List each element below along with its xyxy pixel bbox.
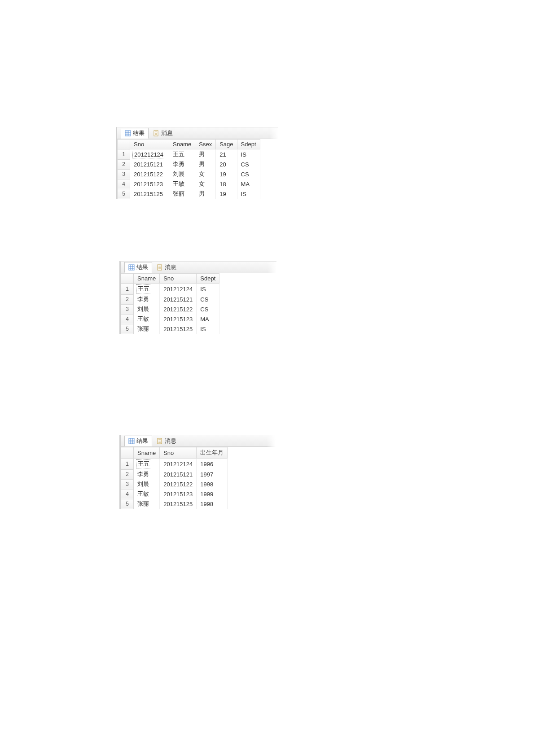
- cell-sdept[interactable]: IS: [197, 324, 219, 334]
- cell-birth[interactable]: 1998: [197, 479, 228, 489]
- cell-sno[interactable]: 201215123: [160, 489, 197, 499]
- cell-sno[interactable]: 201212124: [130, 149, 169, 160]
- cell-sdept[interactable]: CS: [197, 294, 219, 304]
- row-number[interactable]: 4: [118, 179, 130, 189]
- cell-sage[interactable]: 21: [216, 149, 237, 160]
- row-number[interactable]: 1: [118, 149, 130, 160]
- cell-sno[interactable]: 201212124: [160, 459, 197, 470]
- cell-birth[interactable]: 1998: [197, 499, 228, 509]
- row-number[interactable]: 4: [121, 489, 134, 499]
- cell-sname[interactable]: 张丽: [134, 324, 160, 334]
- rownum-header[interactable]: [121, 447, 134, 459]
- cell-sname[interactable]: 王敏: [134, 489, 160, 499]
- col-header-sage[interactable]: Sage: [216, 140, 237, 149]
- cell-sname[interactable]: 刘晨: [169, 169, 195, 179]
- cell-sno[interactable]: 201215123: [160, 314, 197, 324]
- cell-sdept[interactable]: CS: [237, 169, 260, 179]
- table-row[interactable]: 2 201215121 李勇 男 20 CS: [118, 159, 260, 169]
- cell-sname[interactable]: 刘晨: [134, 304, 160, 314]
- row-number[interactable]: 1: [121, 459, 134, 470]
- table-row[interactable]: 2 李勇 201215121 CS: [121, 294, 219, 304]
- row-number[interactable]: 1: [121, 284, 134, 295]
- table-row[interactable]: 3 刘晨 201215122 CS: [121, 304, 219, 314]
- table-row[interactable]: 5 张丽 201215125 IS: [121, 324, 219, 334]
- cell-sdept[interactable]: IS: [237, 189, 260, 199]
- cell-sage[interactable]: 19: [216, 189, 237, 199]
- col-header-sno[interactable]: Sno: [160, 274, 197, 284]
- col-header-sno[interactable]: Sno: [130, 140, 169, 149]
- cell-sname[interactable]: 王五: [134, 284, 160, 295]
- cell-sdept[interactable]: CS: [197, 304, 219, 314]
- table-row[interactable]: 5 张丽 201215125 1998: [121, 499, 228, 509]
- tab-messages[interactable]: 消息: [153, 436, 180, 446]
- cell-sname[interactable]: 王五: [134, 459, 160, 470]
- cell-sno[interactable]: 201215121: [130, 159, 169, 169]
- cell-sdept[interactable]: MA: [197, 314, 219, 324]
- tab-results[interactable]: 结果: [124, 262, 152, 273]
- cell-sname[interactable]: 李勇: [169, 159, 195, 169]
- cell-sdept[interactable]: CS: [237, 159, 260, 169]
- col-header-ssex[interactable]: Ssex: [195, 140, 216, 149]
- cell-sno[interactable]: 201215125: [130, 189, 169, 199]
- cell-ssex[interactable]: 男: [195, 159, 216, 169]
- col-header-sdept[interactable]: Sdept: [237, 140, 260, 149]
- cell-sno[interactable]: 201215123: [130, 179, 169, 189]
- table-row[interactable]: 1 王五 201212124 1996: [121, 459, 228, 470]
- cell-sdept[interactable]: MA: [237, 179, 260, 189]
- cell-sage[interactable]: 18: [216, 179, 237, 189]
- table-row[interactable]: 3 201215122 刘晨 女 19 CS: [118, 169, 260, 179]
- cell-sno[interactable]: 201215122: [160, 479, 197, 489]
- cell-sno[interactable]: 201215121: [160, 294, 197, 304]
- col-header-sname[interactable]: Sname: [134, 274, 160, 284]
- row-number[interactable]: 3: [121, 304, 134, 314]
- tab-messages[interactable]: 消息: [149, 128, 176, 139]
- row-number[interactable]: 4: [121, 314, 134, 324]
- cell-sdept[interactable]: IS: [197, 284, 219, 295]
- row-number[interactable]: 5: [121, 499, 134, 509]
- cell-sno[interactable]: 201215122: [130, 169, 169, 179]
- cell-sname[interactable]: 王敏: [134, 314, 160, 324]
- table-row[interactable]: 4 王敏 201215123 1999: [121, 489, 228, 499]
- table-row[interactable]: 3 刘晨 201215122 1998: [121, 479, 228, 489]
- table-row[interactable]: 1 201212124 王五 男 21 IS: [118, 149, 260, 160]
- cell-ssex[interactable]: 男: [195, 149, 216, 160]
- row-number[interactable]: 5: [118, 189, 130, 199]
- col-header-sname[interactable]: Sname: [134, 447, 160, 459]
- col-header-sname[interactable]: Sname: [169, 140, 195, 149]
- row-number[interactable]: 2: [121, 294, 134, 304]
- cell-sage[interactable]: 20: [216, 159, 237, 169]
- table-row[interactable]: 5 201215125 张丽 男 19 IS: [118, 189, 260, 199]
- cell-sage[interactable]: 19: [216, 169, 237, 179]
- cell-sno[interactable]: 201215125: [160, 499, 197, 509]
- cell-ssex[interactable]: 男: [195, 189, 216, 199]
- col-header-sno[interactable]: Sno: [160, 447, 197, 459]
- cell-birth[interactable]: 1999: [197, 489, 228, 499]
- tab-results[interactable]: 结果: [124, 436, 152, 446]
- cell-sno[interactable]: 201212124: [160, 284, 197, 295]
- rownum-header[interactable]: [121, 274, 134, 284]
- table-row[interactable]: 4 201215123 王敏 女 18 MA: [118, 179, 260, 189]
- cell-sno[interactable]: 201215121: [160, 469, 197, 479]
- cell-sname[interactable]: 李勇: [134, 294, 160, 304]
- cell-sname[interactable]: 张丽: [169, 189, 195, 199]
- cell-sdept[interactable]: IS: [237, 149, 260, 160]
- rownum-header[interactable]: [118, 140, 130, 149]
- row-number[interactable]: 5: [121, 324, 134, 334]
- cell-sname[interactable]: 王敏: [169, 179, 195, 189]
- cell-ssex[interactable]: 女: [195, 169, 216, 179]
- col-header-birth[interactable]: 出生年月: [197, 447, 228, 459]
- cell-sno[interactable]: 201215125: [160, 324, 197, 334]
- tab-messages[interactable]: 消息: [153, 262, 180, 273]
- col-header-sdept[interactable]: Sdept: [197, 274, 219, 284]
- tab-results[interactable]: 结果: [121, 128, 149, 139]
- row-number[interactable]: 3: [121, 479, 134, 489]
- row-number[interactable]: 2: [118, 159, 130, 169]
- cell-sname[interactable]: 刘晨: [134, 479, 160, 489]
- cell-sno[interactable]: 201215122: [160, 304, 197, 314]
- cell-birth[interactable]: 1997: [197, 469, 228, 479]
- cell-sname[interactable]: 王五: [169, 149, 195, 160]
- cell-ssex[interactable]: 女: [195, 179, 216, 189]
- cell-birth[interactable]: 1996: [197, 459, 228, 470]
- table-row[interactable]: 4 王敏 201215123 MA: [121, 314, 219, 324]
- row-number[interactable]: 3: [118, 169, 130, 179]
